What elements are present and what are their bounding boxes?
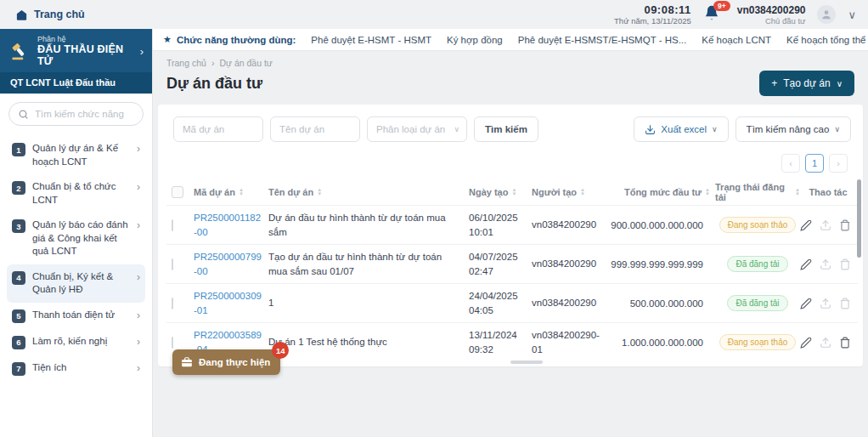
table-row: PR2500000309-01 1 24/04/202504:05 vn0384… bbox=[166, 283, 858, 322]
sort-icon[interactable]: ▲▼ bbox=[239, 188, 244, 196]
breadcrumb-current: Dự án đầu tư bbox=[219, 58, 273, 68]
topbar: Trang chủ 09:08:11 Thứ năm, 13/11/2025 9… bbox=[0, 0, 868, 29]
project-type-select[interactable]: Phân loại dự án ∨ bbox=[367, 116, 467, 142]
sidebar-item-label: Quản lý báo cáo đánh giá & Công khai kết… bbox=[32, 218, 130, 258]
breadcrumb-separator-icon: › bbox=[211, 58, 215, 68]
chevron-down-icon: ∨ bbox=[837, 79, 843, 88]
quicknav-label: Chức năng thường dùng: bbox=[177, 35, 296, 45]
project-code-link[interactable]: PR2500000799-00 bbox=[194, 250, 268, 277]
module-title: ĐẤU THẦU ĐIỆN TỬ bbox=[37, 43, 133, 67]
pagination-prev-button[interactable]: ‹ bbox=[781, 154, 800, 173]
sort-icon[interactable]: ▲▼ bbox=[317, 188, 322, 196]
export-excel-button[interactable]: Xuất excel ∨ bbox=[634, 116, 728, 142]
gavel-icon bbox=[8, 40, 31, 62]
header-date: Ngày tạo bbox=[469, 187, 508, 197]
avatar[interactable] bbox=[817, 5, 836, 24]
user-menu-chevron-icon[interactable]: ∨ bbox=[848, 9, 856, 21]
project-name: Dự án 1 Test hệ thống thực bbox=[268, 335, 469, 349]
chevron-right-icon: › bbox=[137, 336, 140, 348]
export-excel-label: Xuất excel bbox=[661, 124, 707, 134]
header-creator: Người tạo bbox=[532, 187, 577, 197]
row-checkbox[interactable] bbox=[172, 219, 173, 231]
item-number: 4 bbox=[12, 271, 25, 285]
chevron-down-icon: ∨ bbox=[712, 125, 718, 133]
edit-icon[interactable] bbox=[800, 258, 812, 270]
sidebar-item-bao-cao-danh-gia[interactable]: 3 Quản lý báo cáo đánh giá & Công khai k… bbox=[7, 213, 145, 264]
header-amount: Tổng mức đầu tư bbox=[624, 187, 702, 197]
in-progress-button[interactable]: Đang thực hiện 14 bbox=[172, 349, 280, 375]
delete-icon[interactable] bbox=[839, 337, 851, 349]
sidebar-item-thanh-toan[interactable]: 5 Thanh toán điện tử › bbox=[7, 303, 145, 329]
home-link[interactable]: Trang chủ bbox=[15, 9, 85, 21]
plus-icon: + bbox=[771, 77, 777, 89]
projects-table: Mã dự án▲▼ Tên dự án▲▼ Ngày tạo▲▼ Người … bbox=[166, 179, 858, 361]
filter-row: Phân loại dự án ∨ Tìm kiếm Xuất excel ∨ bbox=[166, 116, 858, 142]
edit-icon[interactable] bbox=[800, 219, 812, 231]
download-icon bbox=[645, 124, 656, 135]
sidebar-item-ky-ket-quan-ly-hd[interactable]: 4 Chuẩn bị, Ký kết & Quản lý HĐ › bbox=[7, 264, 145, 303]
edit-icon[interactable] bbox=[800, 298, 812, 309]
row-checkbox[interactable] bbox=[172, 337, 173, 349]
chevron-right-icon: › bbox=[137, 309, 140, 321]
sidebar-item-tien-ich[interactable]: 7 Tiện ích › bbox=[7, 355, 145, 382]
breadcrumb-home[interactable]: Trang chủ bbox=[166, 58, 206, 68]
briefcase-icon bbox=[181, 356, 193, 368]
delete-icon[interactable] bbox=[839, 258, 851, 270]
project-code-link[interactable]: PR2500000309-01 bbox=[194, 289, 268, 316]
project-type-placeholder: Phân loại dự án bbox=[376, 124, 445, 134]
sidebar-item-quan-ly-du-an[interactable]: 1 Quản lý dự án & Kế hoạch LCNT › bbox=[7, 136, 145, 174]
sidebar-item-chuan-bi-to-chuc[interactable]: 2 Chuẩn bị & tổ chức LCNT › bbox=[7, 174, 145, 213]
row-checkbox[interactable] bbox=[172, 298, 173, 309]
sidebar-item-label: Thanh toán điện tử bbox=[32, 309, 130, 322]
item-number: 5 bbox=[12, 309, 25, 323]
sort-icon[interactable]: ▲▼ bbox=[511, 188, 516, 196]
publish-icon[interactable] bbox=[820, 219, 831, 231]
pagination: ‹ 1 › bbox=[166, 142, 858, 179]
project-name: Tạo dự án đầu tư hình thành từ dự toán m… bbox=[268, 250, 469, 278]
sidebar-collapse-icon[interactable]: › bbox=[140, 45, 144, 58]
sort-icon[interactable]: ▲▼ bbox=[580, 188, 585, 196]
publish-icon[interactable] bbox=[820, 337, 831, 349]
publish-icon[interactable] bbox=[820, 258, 831, 270]
in-progress-label: Đang thực hiện bbox=[199, 357, 270, 367]
quicknav-link-phe-duyet-hsmst[interactable]: Phê duyệt E-HSMST/E-HSMQT - HS... bbox=[518, 35, 687, 45]
app-root: Trang chủ 09:08:11 Thứ năm, 13/11/2025 9… bbox=[0, 0, 868, 437]
pagination-next-button[interactable]: › bbox=[829, 154, 848, 173]
quicknav-link-ke-hoach-lcnt[interactable]: Kế hoạch LCNT bbox=[702, 35, 771, 45]
total-investment: 500.000.000.000 bbox=[610, 298, 715, 309]
quicknav-link-ky-hop-dong[interactable]: Ký hợp đồng bbox=[447, 35, 503, 45]
item-number: 1 bbox=[12, 143, 25, 156]
quicknav-link-ke-hoach-tong-the[interactable]: Kế hoạch tổng thể LCNT bbox=[786, 35, 868, 45]
create-project-button[interactable]: + Tạo dự án ∨ bbox=[759, 71, 854, 96]
vertical-scrollbar[interactable] bbox=[857, 179, 861, 258]
sidebar: Phân hệ ĐẤU THẦU ĐIỆN TỬ › QT LCNT Luật … bbox=[0, 29, 153, 437]
clock-time: 09:08:11 bbox=[614, 3, 691, 16]
project-code-input[interactable] bbox=[173, 116, 263, 142]
sort-icon[interactable]: ▲▼ bbox=[705, 188, 710, 196]
notifications-button[interactable]: 9+ bbox=[703, 4, 725, 25]
person-icon bbox=[820, 9, 832, 20]
search-button[interactable]: Tìm kiếm bbox=[474, 116, 538, 142]
horizontal-scrollbar[interactable] bbox=[510, 360, 543, 364]
created-date: 13/11/202409:32 bbox=[469, 328, 532, 356]
project-name-input[interactable] bbox=[270, 116, 360, 142]
item-number: 3 bbox=[12, 219, 25, 233]
home-icon bbox=[15, 9, 28, 21]
quicknav-link-phe-duyet-hsmt[interactable]: Phê duyệt E-HSMT - HSMT bbox=[311, 35, 431, 45]
pagination-page-1-button[interactable]: 1 bbox=[805, 154, 824, 173]
sidebar-item-lam-ro-kien-nghi[interactable]: 6 Làm rõ, kiến nghị › bbox=[7, 329, 145, 355]
row-checkbox[interactable] bbox=[172, 258, 173, 270]
edit-icon[interactable] bbox=[800, 337, 812, 349]
notification-badge: 9+ bbox=[713, 1, 730, 11]
sidebar-search[interactable] bbox=[8, 102, 144, 126]
select-all-checkbox[interactable] bbox=[172, 186, 183, 198]
project-name: 1 bbox=[268, 296, 469, 310]
project-code-link[interactable]: PR2500001182-00 bbox=[194, 211, 268, 238]
sidebar-subtitle: QT LCNT Luật Đấu thầu bbox=[0, 72, 152, 94]
publish-icon[interactable] bbox=[820, 298, 831, 309]
sidebar-search-input[interactable] bbox=[35, 109, 137, 119]
delete-icon[interactable] bbox=[839, 298, 851, 309]
total-investment: 999.999.999.999.999 bbox=[610, 259, 715, 270]
advanced-search-button[interactable]: Tìm kiếm nâng cao ∨ bbox=[736, 116, 851, 142]
delete-icon[interactable] bbox=[839, 219, 851, 231]
